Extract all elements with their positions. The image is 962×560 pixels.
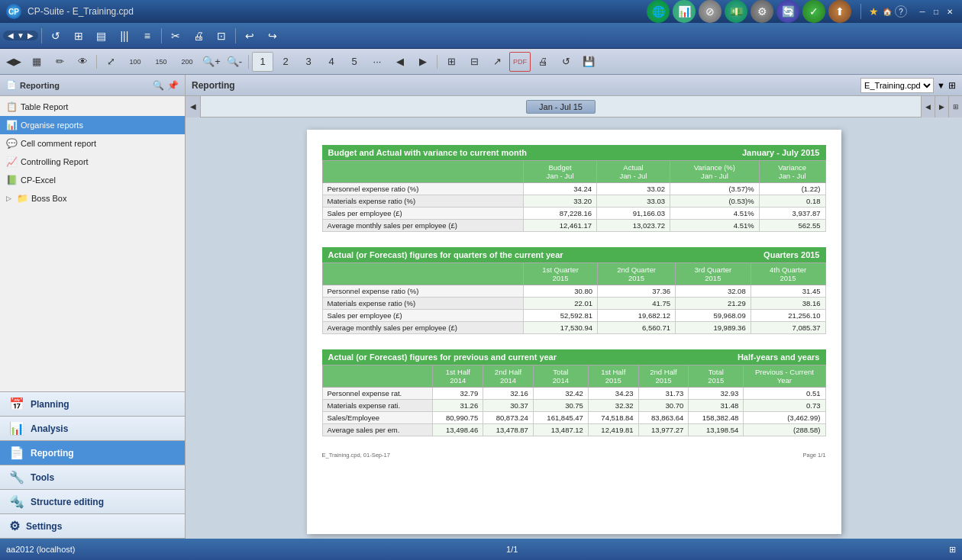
dropdown-btn[interactable]: ▼	[15, 31, 26, 40]
t2-150[interactable]: 150	[149, 52, 173, 72]
table-btn[interactable]: ▤	[91, 26, 112, 46]
cut-btn[interactable]: ✂	[165, 26, 186, 46]
t2-p5[interactable]: 5	[344, 52, 365, 72]
t2-save[interactable]: 💾	[578, 52, 599, 72]
close-btn[interactable]: ✕	[944, 5, 956, 18]
icon-6[interactable]: 🔄	[776, 0, 799, 23]
tree-item-organise[interactable]: 📊 Organise reports	[0, 116, 185, 134]
help-btn[interactable]: ?	[895, 5, 907, 18]
t2-p2[interactable]: 2	[275, 52, 296, 72]
status-expand[interactable]: ⊞	[949, 545, 956, 555]
section1-title: Budget and Actual with variance to curre…	[328, 148, 528, 157]
dropdown-icon[interactable]: ▼	[937, 81, 945, 90]
t2-btn3[interactable]: ✏	[49, 52, 70, 72]
export-btn[interactable]: ↩	[239, 26, 260, 46]
period-tab[interactable]: Jan - Jul 15	[526, 100, 596, 114]
t2-prev[interactable]: ◀	[389, 52, 411, 72]
file-select[interactable]: E_Training.cpd	[860, 78, 934, 93]
sidebar-title-text: Reporting	[20, 81, 60, 90]
nav-structure[interactable]: 🔩 Structure editing	[0, 490, 185, 514]
icon-2[interactable]: 📊	[673, 0, 696, 23]
grid-btn[interactable]: ⊞	[68, 26, 89, 46]
search-icon[interactable]: 🔍	[153, 80, 164, 91]
t2-fit[interactable]: ⤢	[100, 52, 121, 72]
import-btn[interactable]: ↪	[262, 26, 283, 46]
secondary-toolbar: ◀▶ ▦ ✏ 👁 ⤢ 100 150 200 🔍+ 🔍- 1 2 3 4 5 ·…	[0, 49, 962, 75]
maximize-btn[interactable]: □	[930, 5, 942, 18]
icon-8[interactable]: ⬆	[828, 0, 851, 23]
tree-item-label: Cell comment report	[21, 139, 96, 148]
ruler-left-btn[interactable]: ◀	[186, 96, 201, 117]
nav-tools[interactable]: 🔧 Tools	[0, 465, 185, 490]
nav-label: Planning	[31, 399, 69, 410]
t2-p3[interactable]: 3	[298, 52, 319, 72]
row-diff: (3,462.99)	[744, 412, 825, 424]
t2-next[interactable]: ▶	[412, 52, 434, 72]
nav-label: Settings	[26, 521, 62, 532]
row-q2: 6,560.71	[598, 322, 676, 334]
t2-layout[interactable]: ⊞	[441, 52, 462, 72]
icon-1[interactable]: 🌐	[647, 0, 670, 23]
status-user: aa2012 (localhost)	[6, 545, 76, 554]
ruler-right-next[interactable]: ▶	[935, 96, 948, 117]
sep-3	[235, 28, 236, 43]
nav-reporting[interactable]: 📄 Reporting	[0, 441, 185, 465]
report-content[interactable]: Budget and Actual with variance to curre…	[186, 117, 962, 539]
home-btn[interactable]: 🏠	[881, 5, 893, 18]
t2-btn2[interactable]: ▦	[26, 52, 47, 72]
nav-analysis[interactable]: 📊 Analysis	[0, 417, 185, 441]
nav-label: Reporting	[31, 448, 74, 459]
pin-icon[interactable]: 📌	[167, 80, 179, 91]
forward-btn[interactable]: ▶	[26, 31, 35, 40]
row-q3: 32.08	[676, 285, 751, 298]
t2-p4[interactable]: 4	[321, 52, 342, 72]
row-q4: 21,256.10	[751, 310, 825, 322]
t2-200[interactable]: 200	[175, 52, 199, 72]
nav-settings[interactable]: ⚙ Settings	[0, 514, 185, 539]
tools-icon: 🔧	[9, 470, 24, 484]
t2-pdots[interactable]: ···	[366, 52, 388, 72]
ruler-scroll[interactable]: Jan - Jul 15	[201, 96, 921, 117]
sep-1	[41, 28, 42, 43]
t2-btn4[interactable]: 👁	[72, 52, 93, 72]
tree-item-boss-box[interactable]: ▷ 📁 Boss Box	[0, 189, 185, 208]
expand-icon[interactable]: ⊞	[948, 80, 956, 91]
refresh-btn[interactable]: ↺	[45, 26, 66, 46]
row-label: Materials expense ratio (%)	[322, 195, 524, 208]
t2-pdf[interactable]: PDF	[509, 52, 531, 72]
cols-btn[interactable]: |||	[114, 26, 135, 46]
t2-rotate[interactable]: ↺	[555, 52, 576, 72]
back-btn[interactable]: ◀	[6, 31, 15, 40]
t2-export[interactable]: ⊟	[463, 52, 485, 72]
s1-col-budget: BudgetJan - Jul	[524, 161, 597, 183]
row-var: 3,937.87	[759, 208, 825, 220]
row-h2-2015: 31.73	[638, 388, 689, 400]
rows-btn[interactable]: ≡	[137, 26, 158, 46]
nav-label: Structure editing	[31, 497, 104, 507]
t2-zoomin[interactable]: 🔍+	[201, 52, 222, 72]
nav-planning[interactable]: 📅 Planning	[0, 392, 185, 417]
report-section-2: Actual (or Forecast) figures for quarter…	[322, 247, 826, 334]
tree-item-table-report[interactable]: 📋 Table Report	[0, 98, 185, 116]
ruler-expand[interactable]: ⊞	[948, 96, 962, 117]
t2-100[interactable]: 100	[123, 52, 147, 72]
t2-p1[interactable]: 1	[252, 52, 273, 72]
print-btn[interactable]: 🖨	[188, 26, 209, 46]
icon-4[interactable]: 💵	[725, 0, 747, 23]
minimize-btn[interactable]: ─	[916, 5, 928, 18]
t2-pdf-export[interactable]: ↗	[486, 52, 508, 72]
s3-col-tot-2014: Total2014	[533, 365, 588, 388]
tree-item-cp-excel[interactable]: 📗 CP-Excel	[0, 171, 185, 189]
spacer	[909, 5, 915, 18]
t2-print[interactable]: 🖨	[532, 52, 554, 72]
icon-7[interactable]: ✓	[802, 0, 825, 23]
tree-item-cell-comment[interactable]: 💬 Cell comment report	[0, 134, 185, 153]
t2-zoomout[interactable]: 🔍-	[224, 52, 245, 72]
tree-item-controlling[interactable]: 📈 Controlling Report	[0, 153, 185, 171]
icon-3[interactable]: ⊘	[699, 0, 722, 23]
settings-btn[interactable]: ⊡	[211, 26, 232, 46]
icon-5[interactable]: ⚙	[751, 0, 773, 23]
t2-btn1[interactable]: ◀▶	[3, 52, 24, 72]
favorite-btn[interactable]: ★	[867, 5, 880, 18]
ruler-right-prev[interactable]: ◀	[921, 96, 935, 117]
